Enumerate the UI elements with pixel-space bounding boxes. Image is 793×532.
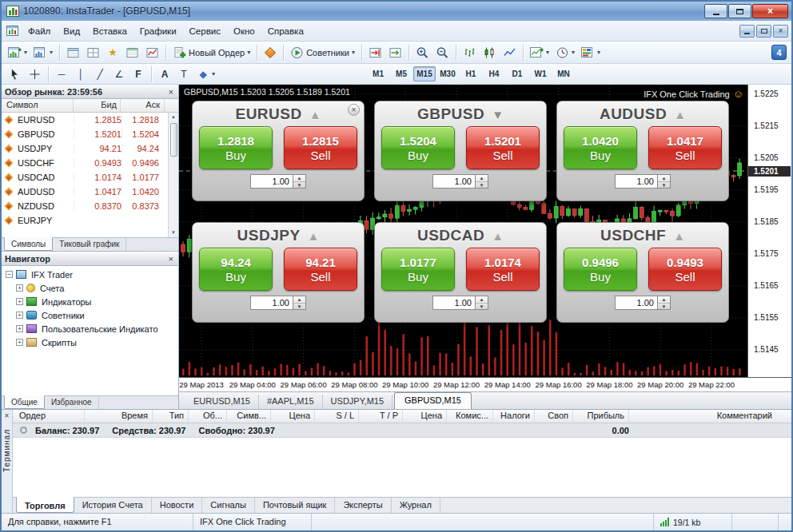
menu-item[interactable]: Вставка: [86, 23, 133, 39]
terminal-tab[interactable]: Эксперты: [335, 498, 391, 513]
profiles-button[interactable]: ▾: [30, 44, 56, 62]
market-watch-scrollbar[interactable]: ▲ ▼: [168, 113, 178, 237]
navigator-item[interactable]: + Индикаторы: [2, 295, 178, 308]
timeframe-button[interactable]: M15: [413, 66, 436, 81]
maximize-button[interactable]: [728, 4, 751, 18]
menu-item[interactable]: Окно: [227, 23, 261, 39]
chart-tab[interactable]: #AAPL,M15: [259, 395, 323, 409]
terminal-tab[interactable]: История Счета: [74, 498, 152, 513]
scroll-up-icon[interactable]: ▲: [171, 113, 176, 121]
terminal-tab[interactable]: Почтовый ящик: [255, 498, 335, 513]
chart-area[interactable]: GBPUSD,M15 1.5203 1.5205 1.5189 1.5201 I…: [179, 85, 791, 377]
terminal-column-header[interactable]: Цена: [271, 410, 315, 423]
expand-icon[interactable]: +: [16, 312, 23, 319]
terminal-tab[interactable]: Журнал: [392, 498, 440, 513]
menu-item[interactable]: Графики: [133, 23, 183, 39]
expand-icon[interactable]: +: [16, 339, 23, 346]
spin-up-icon[interactable]: ▲: [476, 175, 488, 182]
periods-button[interactable]: ▾: [552, 44, 578, 62]
spin-down-icon[interactable]: ▼: [658, 304, 670, 310]
market-watch-row[interactable]: USDJPY 94.21 94.24: [2, 141, 168, 156]
column-header[interactable]: Бид: [74, 99, 121, 112]
expand-icon[interactable]: +: [16, 298, 23, 305]
navigator-close-icon[interactable]: ×: [167, 254, 175, 264]
terminal-column-header[interactable]: Об...: [189, 410, 227, 423]
sell-button[interactable]: 94.21 Sell: [284, 248, 357, 291]
lot-spinner[interactable]: ▲▼: [293, 296, 306, 310]
new-chart-button[interactable]: ▾: [5, 44, 30, 62]
expert-advisors-button[interactable]: Советники ▾: [287, 44, 358, 62]
buy-button[interactable]: 1.5204 Buy: [381, 126, 455, 169]
spin-down-icon[interactable]: ▼: [293, 182, 305, 189]
vertical-line-button[interactable]: │: [71, 66, 90, 83]
market-watch-row[interactable]: EURUSD 1.2815 1.2818: [2, 113, 168, 127]
terminal-column-header[interactable]: Налоги: [493, 410, 535, 423]
indicators-button[interactable]: ▾: [527, 44, 552, 62]
terminal-column-header[interactable]: T / P: [359, 410, 403, 423]
terminal-column-header[interactable]: Прибыль: [573, 410, 629, 423]
fibonacci-button[interactable]: F: [129, 66, 148, 83]
lot-spinner[interactable]: ▲▼: [658, 174, 671, 189]
spin-down-icon[interactable]: ▼: [476, 304, 488, 310]
spin-up-icon[interactable]: ▲: [658, 175, 670, 182]
market-watch-tab[interactable]: Символы: [4, 237, 53, 251]
bar-chart-mode-button[interactable]: [460, 44, 480, 62]
data-window-toggle[interactable]: [83, 44, 103, 62]
navigator-root[interactable]: − IFX Trader: [2, 268, 178, 281]
chart-tab[interactable]: GBPUSD,M15: [394, 392, 472, 409]
lot-input[interactable]: [432, 174, 476, 189]
crosshair-tool-button[interactable]: [25, 66, 45, 83]
terminal-column-header[interactable]: Ордер: [13, 410, 85, 423]
lot-input[interactable]: [250, 174, 293, 189]
sell-button[interactable]: 1.5201 Sell: [466, 126, 540, 169]
spin-up-icon[interactable]: ▲: [476, 296, 488, 304]
lot-spinner[interactable]: ▲▼: [476, 296, 488, 310]
navigator-tab[interactable]: Общие: [4, 395, 45, 409]
spin-down-icon[interactable]: ▼: [293, 304, 305, 310]
expand-icon[interactable]: +: [16, 284, 23, 292]
column-header[interactable]: Символ: [2, 99, 74, 112]
terminal-column-header[interactable]: Своп: [535, 410, 573, 423]
spin-down-icon[interactable]: ▼: [476, 182, 488, 189]
market-watch-row[interactable]: USDCAD 1.0174 1.0177: [2, 170, 168, 185]
navigator-item[interactable]: + Советники: [2, 308, 178, 322]
sell-button[interactable]: 1.0174 Sell: [466, 248, 540, 291]
market-watch-row[interactable]: EURJPY: [2, 213, 168, 228]
timeframe-button[interactable]: H4: [483, 66, 505, 81]
buy-button[interactable]: 1.2818 Buy: [199, 126, 273, 169]
candlestick-mode-button[interactable]: [480, 44, 500, 62]
terminal-tab[interactable]: Новости: [152, 498, 203, 513]
text-tool-button[interactable]: A: [155, 66, 174, 83]
buy-button[interactable]: 1.0177 Buy: [381, 248, 455, 291]
menu-item[interactable]: Сервис: [183, 23, 227, 39]
autoscroll-button[interactable]: [385, 44, 405, 62]
collapse-icon[interactable]: −: [6, 271, 13, 278]
mdi-minimize-button[interactable]: [739, 25, 755, 38]
timeframe-button[interactable]: D1: [506, 66, 528, 81]
timeframe-button[interactable]: M1: [367, 66, 389, 81]
terminal-column-header[interactable]: Время: [85, 410, 153, 423]
navigator-item[interactable]: + Счета: [2, 281, 178, 295]
horizontal-line-button[interactable]: ─: [52, 66, 71, 83]
menu-item[interactable]: Справка: [261, 23, 310, 39]
close-button[interactable]: ×: [752, 4, 788, 18]
terminal-column-header[interactable]: Комментарий: [629, 410, 791, 423]
terminal-column-header[interactable]: Симв...: [227, 410, 271, 423]
market-watch-row[interactable]: GBPUSD 1.5201 1.5204: [2, 127, 168, 141]
price-axis[interactable]: 1.52251.52151.52051.51951.51851.51751.51…: [747, 85, 791, 377]
navigator-tab[interactable]: Избранное: [45, 396, 99, 409]
lot-spinner[interactable]: ▲▼: [476, 174, 488, 189]
shapes-button[interactable]: ◆▾: [193, 66, 218, 83]
market-watch-row[interactable]: USDCHF 0.9493 0.9496: [2, 156, 168, 170]
sell-button[interactable]: 1.2815 Sell: [284, 126, 357, 169]
minimize-button[interactable]: [704, 4, 727, 18]
terminal-column-header[interactable]: Комис...: [447, 410, 493, 423]
chart-tab[interactable]: EURUSD,M15: [185, 395, 259, 409]
market-watch-tab[interactable]: Тиковый график: [53, 238, 126, 251]
buy-button[interactable]: 0.9496 Buy: [564, 248, 637, 291]
ifx-icon-button[interactable]: [261, 45, 280, 61]
scrollbar-thumb[interactable]: [170, 123, 177, 157]
timeframe-button[interactable]: W1: [529, 66, 552, 81]
market-watch-close-icon[interactable]: ×: [167, 87, 175, 97]
strategy-tester-toggle[interactable]: [142, 44, 162, 62]
